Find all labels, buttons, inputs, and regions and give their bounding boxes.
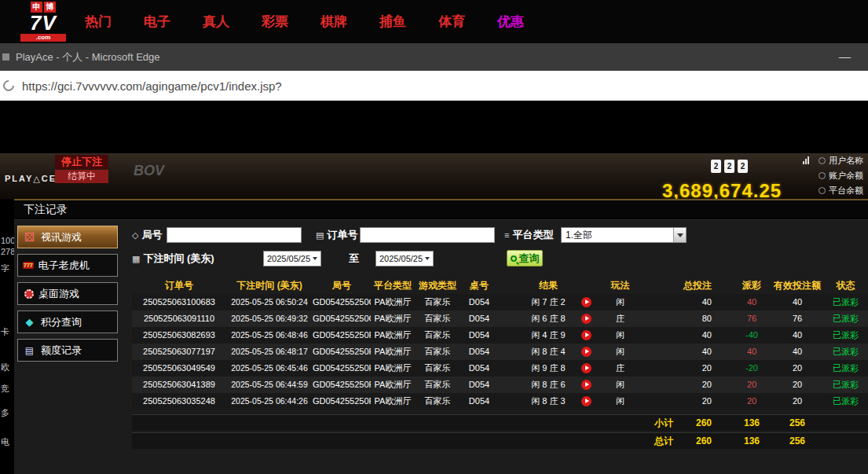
sidebar-item-额度记录[interactable]: ▤额度记录	[17, 339, 118, 362]
cell-total: 80	[642, 310, 732, 327]
table-body: 2505250631006832025-05-25 06:50:24GD0542…	[132, 294, 868, 410]
cell-payout: -20	[732, 360, 771, 377]
platform-select[interactable]: 1.全部	[561, 227, 687, 243]
window-title: PlayAce - 个人 - Microsoft Edge	[16, 50, 160, 64]
cell-time: 2025-05-25 06:44:59	[226, 377, 313, 393]
bet-status-settling: 结算中	[55, 170, 108, 183]
cell-table_no: D054	[460, 327, 498, 344]
sidebar-item-label: 桌面游戏	[38, 287, 79, 301]
logo-main: 7V	[20, 13, 66, 34]
playing-card: 2	[711, 160, 721, 173]
panel-header: 下注记录	[14, 200, 868, 220]
nav-item-真人[interactable]: 真人	[203, 13, 229, 31]
minimize-button[interactable]: —	[839, 50, 851, 63]
url-text[interactable]: https://gci.7vvvvvv.com/agingame/pcv1/in…	[22, 79, 282, 93]
playing-card: 2	[738, 160, 748, 173]
cell-play: 闲	[599, 377, 642, 393]
cell-play: 闲	[599, 327, 642, 344]
cell-platform: PA欧洲厅	[371, 294, 415, 310]
bet-time-label-text: 下注时间 (美东)	[143, 252, 214, 266]
result-text: 闲 8 庄 3	[531, 396, 565, 406]
order-filter-label: ▤ 订单号	[316, 228, 357, 242]
cell-round: GD054255250PZ	[313, 327, 371, 344]
left-edge-fragment: 电	[1, 436, 9, 448]
sum-spacer	[132, 415, 642, 431]
nav-item-电子[interactable]: 电子	[144, 13, 170, 31]
nav-item-热门[interactable]: 热门	[85, 13, 112, 31]
site-logo[interactable]: 申 博 7V .com	[20, 2, 66, 42]
play-icon[interactable]	[581, 363, 591, 373]
round-icon: ◇	[132, 230, 138, 241]
date-from-select[interactable]: 2025/05/25	[263, 251, 321, 266]
cell-game: 百家乐	[415, 360, 460, 377]
cell-valid: 40	[771, 294, 823, 310]
dice-icon: ⚄	[23, 230, 36, 244]
cell-time: 2025-05-25 06:44:26	[226, 393, 313, 410]
sidebar-item-桌面游戏[interactable]: 桌面游戏	[17, 282, 118, 305]
sidebar-item-视讯游戏[interactable]: ⚄视讯游戏	[17, 226, 118, 248]
reload-icon[interactable]	[1, 78, 16, 94]
round-input[interactable]	[167, 227, 302, 243]
nav-item-优惠[interactable]: 优惠	[497, 13, 524, 31]
search-button[interactable]: 查询	[507, 250, 543, 266]
cell-table_no: D054	[460, 344, 498, 360]
cell-round: GD054255250PU	[313, 377, 371, 393]
order-input[interactable]	[360, 227, 495, 243]
play-icon[interactable]	[581, 330, 591, 340]
play-icon[interactable]	[581, 347, 591, 357]
cell-total: 40	[642, 294, 732, 310]
sum-payout: 136	[732, 433, 771, 449]
cell-game: 百家乐	[415, 344, 460, 360]
cell-order: 250525063100683	[132, 294, 226, 310]
cell-status: 已派彩	[823, 377, 868, 393]
play-icon[interactable]	[581, 314, 591, 324]
nav-item-捕鱼[interactable]: 捕鱼	[379, 13, 406, 31]
account-icon	[819, 157, 826, 164]
sum-label: 总计	[654, 433, 673, 449]
address-bar[interactable]: https://gci.7vvvvvv.com/agingame/pcv1/in…	[0, 71, 868, 101]
sum-total-bet: 260	[696, 433, 712, 449]
records-table: 订单号下注时间 (美东)局号平台类型游戏类型桌号结果玩法总投注派彩有效投注额状态…	[132, 277, 868, 449]
sidebar-item-电子老虎机[interactable]: 777电子老虎机	[17, 254, 118, 277]
search-icon	[511, 255, 517, 262]
cell-valid: 20	[771, 393, 823, 410]
cell-time: 2025-05-25 06:50:24	[226, 294, 313, 310]
cell-order: 250525063077197	[132, 344, 226, 360]
cell-table_no: D054	[460, 393, 498, 410]
dropdown-arrow-button[interactable]	[673, 228, 686, 242]
left-edge-fragment: 竞	[1, 383, 9, 395]
account-icon	[819, 187, 826, 194]
cell-order: 250525063049549	[132, 360, 226, 377]
play-icon[interactable]	[581, 380, 591, 390]
cell-table_no: D054	[460, 294, 498, 310]
nav-item-体育[interactable]: 体育	[438, 13, 465, 31]
play-icon[interactable]	[581, 396, 591, 406]
left-edge-fragment: 100	[1, 236, 15, 245]
bet-records-panel: 下注记录 ⚄视讯游戏777电子老虎机桌面游戏◆积分查询▤额度记录 ◇ 局号 ▤ …	[14, 199, 868, 474]
slot-icon: 777	[23, 262, 34, 269]
cell-time: 2025-05-25 06:49:32	[226, 310, 313, 327]
nav-item-彩票[interactable]: 彩票	[262, 13, 288, 31]
cell-status: 已派彩	[823, 310, 868, 327]
account-info: 用户名称账户余额平台余额	[819, 155, 863, 197]
grand-total-row: 总计260136256	[132, 432, 868, 449]
cell-valid: 76	[771, 310, 823, 327]
cell-status: 已派彩	[823, 344, 868, 360]
date-from-value: 2025/05/25	[267, 254, 310, 263]
round-label-text: 局号	[141, 228, 162, 242]
cell-result: 闲 4 庄 9	[498, 327, 599, 344]
cell-total: 20	[642, 360, 732, 377]
nav-item-棋牌[interactable]: 棋牌	[320, 13, 347, 31]
cell-result: 闲 8 庄 6	[498, 377, 599, 393]
cell-status: 已派彩	[823, 360, 868, 377]
calendar-icon: ▦	[132, 254, 140, 264]
cell-valid: 40	[771, 327, 823, 344]
account-icon	[819, 172, 826, 179]
column-header: 局号	[313, 277, 371, 294]
play-icon[interactable]	[581, 297, 591, 307]
left-edge-fragment: 卡	[1, 326, 9, 338]
cell-payout: 40	[732, 344, 771, 360]
sidebar-item-积分查询[interactable]: ◆积分查询	[17, 310, 118, 333]
date-to-select[interactable]: 2025/05/25	[375, 251, 434, 266]
cell-play: 闲	[599, 393, 642, 410]
